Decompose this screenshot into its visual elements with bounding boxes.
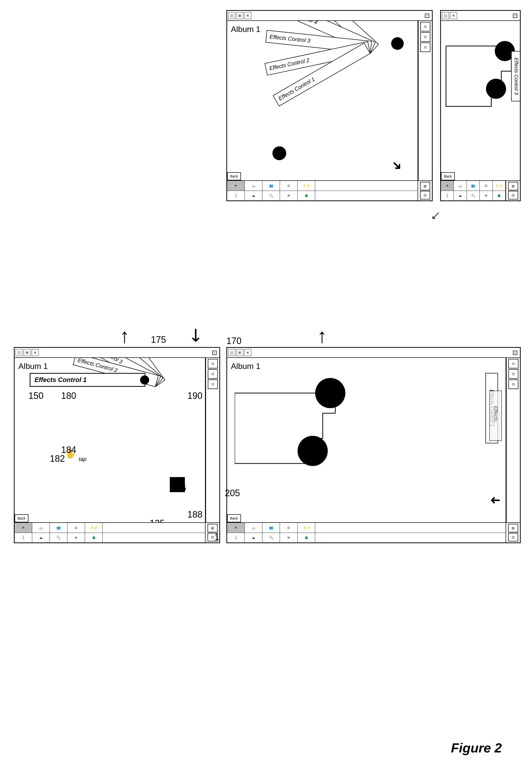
panel-210-toolbar-right: ⊞ ⊡ xyxy=(418,181,432,200)
panel-215-toolbar-right: ⊞ ⊡ xyxy=(506,523,520,542)
sidebar-btn-3[interactable]: ⊡ xyxy=(208,380,218,389)
panel-220-icon-1[interactable]: ◫ xyxy=(442,12,449,19)
panel-215-icon-3[interactable]: ✕ xyxy=(244,349,251,356)
toolbar-btn-person[interactable]: 🚶 xyxy=(15,533,32,543)
panel-210-topbar-icons: ◫ ⊞ ✕ xyxy=(227,11,252,20)
panel-220-corner-btn-2[interactable]: ⊡ xyxy=(508,191,518,199)
ref-134: 134 xyxy=(170,542,185,543)
panel-220-tb-8[interactable]: 🔍 xyxy=(467,191,480,201)
toolbar-btn-lightning[interactable]: ⚡⚡ xyxy=(85,523,103,533)
panel-210-corner-btn-2[interactable]: ⊡ xyxy=(420,191,430,199)
panel-215-circle-bottom xyxy=(298,436,328,466)
panel-210-tb-3[interactable]: 👥 xyxy=(263,181,280,191)
panel-220-icon-2[interactable]: ✕ xyxy=(450,12,457,19)
panel-210-icon-2[interactable]: ⊞ xyxy=(236,12,243,19)
panel-210-canvas: Album 1 Effects Control 1 Effects Contro… xyxy=(227,21,418,180)
panel-220-tb-3[interactable]: 👥 xyxy=(467,181,480,191)
panel-215-tb-10[interactable]: 🌲 xyxy=(298,533,315,543)
panel-215-corner-btn-1[interactable]: ⊞ xyxy=(508,524,518,532)
corner-btn-grid[interactable]: ⊞ xyxy=(208,524,218,532)
panel-210-toolbar-left: ✈ 🚲 👥 ⊙ ⚡⚡ 🚶 ☁ 🔍 ≋ 🌲 xyxy=(227,181,418,200)
panel-215-tb-6[interactable]: 🚶 xyxy=(227,533,245,543)
panel-210: ◫ ⊞ ✕ ⊡ Album 1 Effects Control 1 Effect… xyxy=(226,10,433,201)
back-button-100[interactable]: Back xyxy=(15,514,29,522)
back-button-210[interactable]: Back xyxy=(227,172,241,180)
toolbar-btn-magnifier[interactable]: 🔍 xyxy=(50,533,67,543)
panel-210-tb-6[interactable]: 🚶 xyxy=(227,191,245,201)
panel-210-sidebar-btn-2[interactable]: ⊡ xyxy=(420,32,430,42)
panel-210-tb-2[interactable]: 🚲 xyxy=(245,181,263,191)
panel-210-pivot-top xyxy=(391,37,404,50)
sidebar-btn-2[interactable]: ⊡ xyxy=(208,369,218,379)
toolbar-btn-circle-dot[interactable]: ⊙ xyxy=(67,523,85,533)
panel-210-corner-btn-1[interactable]: ⊞ xyxy=(420,182,430,190)
panel-220-corner-btn-1[interactable]: ⊞ xyxy=(508,182,518,190)
ref-184: 184 xyxy=(61,445,76,455)
panel-215-icon-1[interactable]: ◫ xyxy=(228,349,235,356)
panel-210-sidebar-btn-1[interactable]: ⊡ xyxy=(420,22,430,32)
ref-132: 132 xyxy=(157,542,171,543)
back-button-220[interactable]: Back xyxy=(441,172,455,180)
toolbar-btn-tree[interactable]: 🌲 xyxy=(85,533,103,543)
toolbar-btn-airplane[interactable]: ✈ xyxy=(15,523,32,533)
panel-220-tb-5[interactable]: ⚡⚡ xyxy=(493,181,506,191)
effects-control-1-card[interactable]: Effects Control 1 xyxy=(30,373,146,387)
panel-210-icon-3[interactable]: ✕ xyxy=(244,12,251,19)
ref-100: 100 xyxy=(14,347,28,349)
panel-220-ec3-tab[interactable]: Effects Control 3 xyxy=(511,51,520,101)
toolbar-row-1: ✈ 🚲 👥 ⊙ ⚡⚡ xyxy=(15,523,205,533)
panel-215-tb-9[interactable]: ≋ xyxy=(280,533,298,543)
panel-215-tb-1[interactable]: ✈ xyxy=(227,523,245,533)
panel-210-tb-10[interactable]: 🌲 xyxy=(298,191,315,201)
panel-210-album-label: Album 1 xyxy=(231,25,260,34)
ref-125: 125 xyxy=(150,518,165,522)
panel-220-tb-1[interactable]: ✈ xyxy=(441,181,454,191)
ref-180: 180 xyxy=(61,390,76,401)
panel-215-tb-2[interactable]: 🚲 xyxy=(245,523,263,533)
sidebar-btn-1[interactable]: ⊡ xyxy=(208,359,218,369)
toolbar-btn-lines[interactable]: ≋ xyxy=(67,533,85,543)
toolbar-btn-bike[interactable]: 🚲 xyxy=(32,523,50,533)
toolbar-btn-people[interactable]: 👥 xyxy=(50,523,67,533)
panel-215-canvas: Album 1 Effects Control 1 Effects... ➜ xyxy=(227,358,506,522)
panel-220-corner: ⊡ xyxy=(512,12,518,20)
topbar-icon-3[interactable]: ✕ xyxy=(32,349,39,356)
panel-210-tb-8[interactable]: 🔍 xyxy=(263,191,280,201)
panel-220-tb-6[interactable]: 🚶 xyxy=(441,191,454,201)
toolbar-row-2: 🚶 ☁ 🔍 ≋ 🌲 xyxy=(15,533,205,543)
panel-215-corner-btn-2[interactable]: ⊡ xyxy=(508,533,518,541)
panel-215-tb-7[interactable]: ☁ xyxy=(245,533,263,543)
panel-215-body: Album 1 Effects Control 1 Effects... ➜ xyxy=(227,358,520,522)
panel-220-tb-2[interactable]: 🚲 xyxy=(454,181,467,191)
panel-215-sidebar-btn-2[interactable]: ⊡ xyxy=(508,369,518,379)
panel-215-topbar: ◫ ⊞ ✕ ⊡ xyxy=(227,348,520,358)
panel-210-sidebar-btn-3[interactable]: ⊡ xyxy=(420,43,430,52)
panel-215-sidebar-btn-1[interactable]: ⊡ xyxy=(508,359,518,369)
ref-220: 220 xyxy=(502,200,517,201)
arrow-down-to-215: ↘ xyxy=(184,322,209,347)
panel-215-tb-8[interactable]: 🔍 xyxy=(263,533,280,543)
toolbar-btn-cloud[interactable]: ☁ xyxy=(32,533,50,543)
panel-210-tb-9[interactable]: ≋ xyxy=(280,191,298,201)
panel-210-tb-5[interactable]: ⚡⚡ xyxy=(298,181,315,191)
panel-215-tb-4[interactable]: ⊙ xyxy=(280,523,298,533)
panel-215-ec-extra[interactable]: Effects... xyxy=(489,390,502,441)
panel-220-tb-4[interactable]: ⊙ xyxy=(480,181,492,191)
panel-215-sidebar-btn-3[interactable]: ⊡ xyxy=(508,380,518,389)
panel-215-tb-5[interactable]: ⚡⚡ xyxy=(298,523,315,533)
panel-210-tb-1[interactable]: ✈ xyxy=(227,181,245,191)
panel-220-circle-bottom xyxy=(486,79,506,99)
panel-210-tb-4[interactable]: ⊙ xyxy=(280,181,298,191)
topbar-icon-2[interactable]: ⊞ xyxy=(24,349,31,356)
panel-210-icon-1[interactable]: ◫ xyxy=(228,12,235,19)
panel-220-tb-9[interactable]: ≋ xyxy=(480,191,492,201)
panel-210-tb-7[interactable]: ☁ xyxy=(245,191,263,201)
topbar-icon-1[interactable]: ◫ xyxy=(16,349,23,356)
panel-210-pivot-bottom xyxy=(272,146,286,160)
panel-215-tb-3[interactable]: 👥 xyxy=(263,523,280,533)
panel-215-circle-top xyxy=(315,378,345,408)
panel-215-icon-2[interactable]: ⊞ xyxy=(236,349,243,356)
panel-220-tb-10[interactable]: 🌲 xyxy=(493,191,506,201)
panel-220-tb-7[interactable]: ☁ xyxy=(454,191,467,201)
back-button-215[interactable]: Back xyxy=(227,514,241,522)
